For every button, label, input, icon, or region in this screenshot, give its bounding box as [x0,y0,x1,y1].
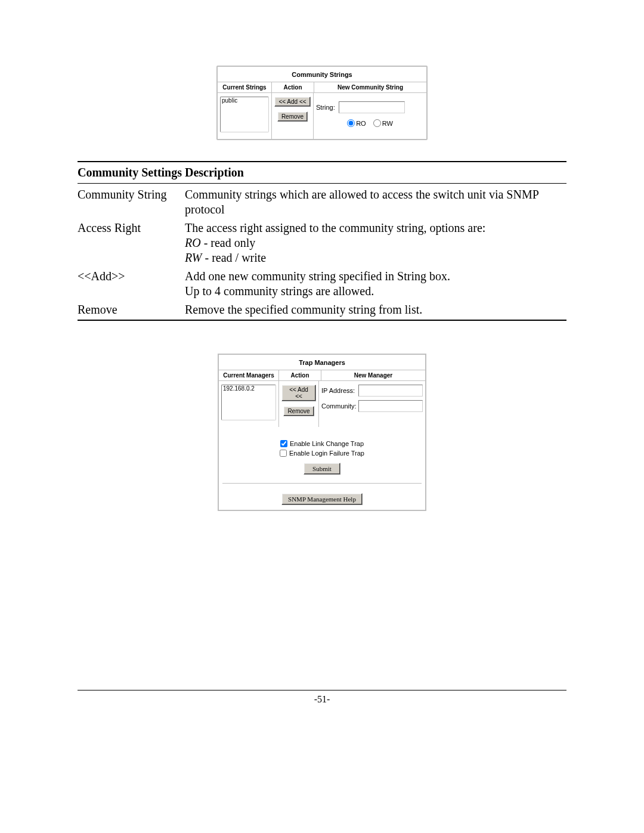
page-footer: -51- [78,690,566,705]
remove-button[interactable]: Remove [277,112,308,122]
tm-header-new: New Manager [321,370,425,381]
add-line2: Up to 4 community strings are allowed. [185,284,374,298]
header-current-strings: Current Strings [218,82,271,93]
community-input[interactable] [358,400,423,412]
current-strings-listbox[interactable]: public [220,97,269,132]
string-input[interactable] [339,101,405,113]
desc-head-setting: Community Settings [78,166,185,179]
row-label-access-right: Access Right [78,221,185,265]
ro-rest: - read only [201,236,256,249]
snmp-help-button[interactable]: SNMP Management Help [281,493,363,505]
ro-radio-label: RO [356,120,366,127]
community-strings-header-row: Current Strings Action New Community Str… [218,82,426,93]
rw-rest: - read / write [202,251,267,264]
list-item[interactable]: 192.168.0.2 [222,385,275,393]
enable-link-change-checkbox[interactable] [280,440,287,447]
add-line1: Add one new community string specified i… [185,270,450,283]
enable-login-failure-label: Enable Login Failure Trap [289,450,364,457]
community-strings-panel: Community Strings Current Strings Action… [216,66,428,140]
rw-radio-label: RW [382,120,393,127]
list-item[interactable]: public [221,97,268,105]
tm-header-action: Action [278,370,321,381]
ro-tag: RO [185,236,201,249]
row-label-community-string: Community String [78,187,185,217]
row-label-add: <<Add>> [78,269,185,299]
row-desc-remove: Remove the specified community string fr… [185,302,566,317]
enable-login-failure-checkbox[interactable] [280,450,287,457]
current-managers-listbox[interactable]: 192.168.0.2 [221,385,276,420]
trap-managers-header-row: Current Managers Action New Manager [219,370,425,381]
submit-button[interactable]: Submit [304,463,340,475]
community-settings-description: Community Settings Description Community… [78,161,566,321]
community-label: Community: [321,402,358,410]
trap-managers-title: Trap Managers [219,355,425,370]
add-button[interactable]: << Add << [274,97,310,107]
row-desc-community-string: Community strings which are allowed to a… [185,187,566,217]
enable-link-change-label: Enable Link Change Trap [290,440,364,447]
tm-remove-button[interactable]: Remove [283,406,314,416]
community-strings-title: Community Strings [218,67,426,82]
tm-header-current: Current Managers [219,370,278,381]
row-desc-add: Add one new community string specified i… [185,269,566,299]
row-desc-access-right: The access right assigned to the communi… [185,221,566,265]
row-label-remove: Remove [78,302,185,317]
page-number: -51- [314,694,330,704]
tm-add-button[interactable]: << Add << [281,385,316,401]
rw-radio[interactable] [373,119,381,127]
ip-address-label: IP Address: [321,387,358,394]
rw-tag: RW [185,251,202,264]
header-action: Action [271,82,314,93]
trap-managers-section: Trap Managers Current Managers Action Ne… [218,354,426,511]
access-right-line: The access right assigned to the communi… [185,221,485,234]
header-new-string: New Community String [314,82,426,93]
ro-radio[interactable] [347,119,355,127]
ip-address-input[interactable] [358,385,423,397]
string-label: String: [316,104,335,111]
desc-head-desc: Description [185,166,566,179]
trap-managers-panel: Trap Managers Current Managers Action Ne… [218,354,426,511]
